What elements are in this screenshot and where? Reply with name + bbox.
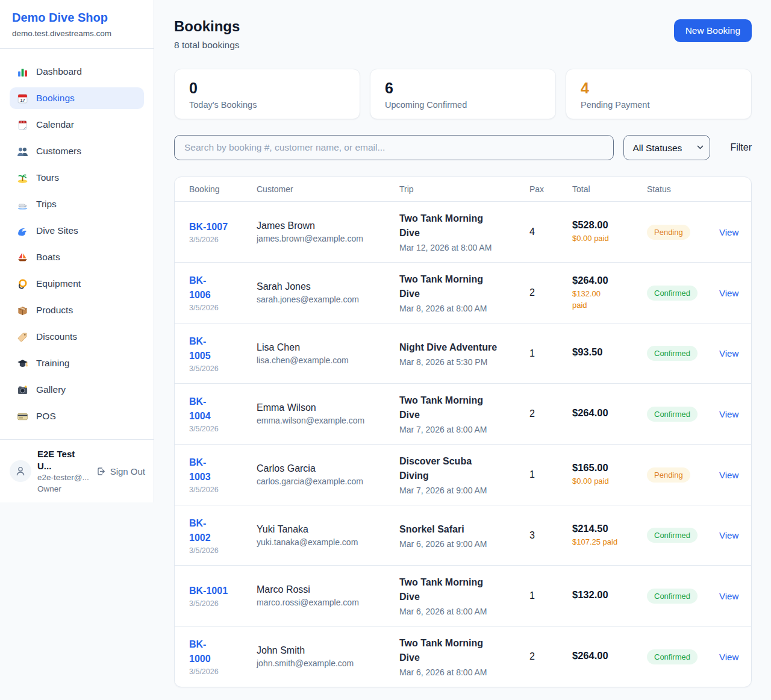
trip-name: Two Tank Morning Dive [399,272,529,301]
view-link[interactable]: View [719,227,738,237]
view-link[interactable]: View [719,348,738,358]
sidebar-item-equipment[interactable]: Equipment [10,273,144,295]
stat-card-upcoming-confirmed: 6 Upcoming Confirmed [370,69,556,119]
two-people-icon [17,146,28,157]
sidebar-item-label: Equipment [36,278,81,289]
camera-icon [17,384,28,396]
customer-name: Marco Rossi [257,584,399,595]
trip-datetime: Mar 7, 2026 at 8:00 AM [399,425,529,434]
paid-amount: $0.00 paid [572,476,647,487]
sidebar-item-gallery[interactable]: Gallery [10,379,144,401]
customer-email: john.smith@example.com [257,658,399,668]
logout-icon [96,466,106,477]
table-row: BK- 1000 3/5/2026 John Smith john.smith@… [175,627,751,687]
view-link[interactable]: View [719,409,738,419]
booking-id-link[interactable]: BK- 1004 [189,395,257,423]
total-cell: $264.00 [572,407,647,421]
shop-name: Demo Dive Shop [12,11,142,25]
sidebar-item-calendar[interactable]: Calendar [10,114,144,136]
user-name: E2E Test U... [37,448,90,472]
trip-cell: Snorkel Safari Mar 6, 2026 at 9:00 AM [399,522,529,549]
view-link[interactable]: View [719,470,738,480]
sidebar-item-label: Boats [36,252,60,263]
bar-chart-icon [17,66,28,78]
status-cell: Confirmed [647,649,719,664]
sidebar-item-customers[interactable]: Customers [10,140,144,162]
sailboat-icon [17,252,28,263]
filters-toolbar: All Statuses Filter [174,135,752,160]
status-badge: Confirmed [647,286,698,301]
view-link[interactable]: View [719,288,738,298]
shop-domain: demo.test.divestreams.com [12,29,142,38]
total-amount: $264.00 [572,650,647,661]
booking-id-link[interactable]: BK-1007 [189,220,257,234]
booking-cell: BK-1001 3/5/2026 [189,584,257,608]
sign-out-button[interactable]: Sign Out [96,466,145,477]
page-title: Bookings [174,18,240,35]
stat-value: 0 [189,79,345,97]
booking-id-link[interactable]: BK- 1006 [189,273,257,302]
stat-card-todays-bookings: 0 Today's Bookings [174,69,360,119]
view-link[interactable]: View [719,652,738,662]
stat-card-pending-payment: 4 Pending Payment [566,69,752,119]
paid-amount: $0.00 paid [572,233,647,245]
trip-name: Snorkel Safari [399,522,529,537]
stats-cards: 0 Today's Bookings 6 Upcoming Confirmed … [174,69,752,119]
sidebar-item-dive-sites[interactable]: Dive Sites [10,220,144,242]
customer-name: John Smith [257,645,399,656]
booking-id-link[interactable]: BK- 1000 [189,637,257,666]
status-badge: Confirmed [647,528,698,543]
total-cell: $93.50 [572,346,647,360]
sidebar-item-discounts[interactable]: Discounts [10,326,144,348]
sidebar-item-trips[interactable]: Trips [10,193,144,215]
stat-label: Today's Bookings [189,100,345,110]
sidebar-item-pos[interactable]: POS [10,405,144,427]
customer-cell: Lisa Chen lisa.chen@example.com [257,342,399,365]
table-row: BK- 1006 3/5/2026 Sarah Jones sarah.jone… [175,263,751,323]
customer-name: Yuki Tanaka [257,524,399,535]
sidebar-item-bookings[interactable]: 17 Bookings [10,87,144,109]
customer-cell: Carlos Garcia carlos.garcia@example.com [257,463,399,486]
status-filter: All Statuses [623,135,710,160]
booking-date: 3/5/2026 [189,599,257,608]
sidebar-item-products[interactable]: Products [10,299,144,321]
filter-button[interactable]: Filter [730,142,752,153]
sidebar-item-boats[interactable]: Boats [10,246,144,268]
sidebar-item-label: Discounts [36,331,77,342]
island-icon [17,172,28,184]
total-amount: $264.00 [572,407,647,419]
customer-name: Sarah Jones [257,281,399,292]
trip-datetime: Mar 12, 2026 at 8:00 AM [399,243,529,252]
status-filter-select[interactable]: All Statuses [623,135,710,160]
paid-amount: $107.25 paid [572,537,647,548]
customer-cell: Emma Wilson emma.wilson@example.com [257,402,399,425]
booking-date: 3/5/2026 [189,667,257,676]
calendar-date-icon: 17 [17,93,28,104]
new-booking-button[interactable]: New Booking [674,19,752,42]
search-input[interactable] [174,135,614,160]
sidebar-item-tours[interactable]: Tours [10,167,144,189]
status-cell: Pending [647,225,719,240]
booking-date: 3/5/2026 [189,236,257,244]
trip-name: Night Dive Adventure [399,340,529,355]
booking-date: 3/5/2026 [189,425,257,433]
sidebar-item-dashboard[interactable]: Dashboard [10,61,144,83]
customer-email: emma.wilson@example.com [257,416,399,425]
booking-id-link[interactable]: BK- 1002 [189,516,257,545]
booking-id-link[interactable]: BK- 1003 [189,455,257,484]
sidebar-header: Demo Dive Shop demo.test.divestreams.com [0,0,154,49]
table-row: BK- 1004 3/5/2026 Emma Wilson emma.wilso… [175,384,751,445]
status-cell: Pending [647,467,719,483]
user-info: E2E Test U... e2e-tester@... Owner [37,448,90,494]
status-badge: Confirmed [647,346,698,361]
sidebar-item-label: Dive Sites [36,225,78,236]
view-link[interactable]: View [719,530,738,540]
sidebar-item-training[interactable]: Training [10,352,144,374]
trip-datetime: Mar 8, 2026 at 8:00 AM [399,304,529,313]
view-link[interactable]: View [719,591,738,601]
customer-cell: Yuki Tanaka yuki.tanaka@example.com [257,524,399,547]
user-role: Owner [37,484,90,495]
booking-id-link[interactable]: BK-1001 [189,584,257,598]
booking-id-link[interactable]: BK- 1005 [189,334,257,363]
customer-email: carlos.garcia@example.com [257,477,399,486]
